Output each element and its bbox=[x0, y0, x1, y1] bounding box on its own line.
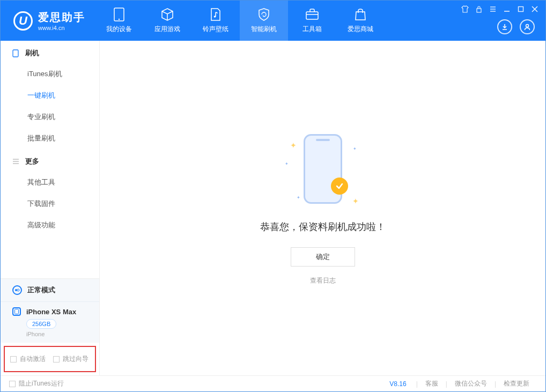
section-flash-title: 刷机 bbox=[1, 41, 99, 63]
svg-point-1 bbox=[119, 19, 120, 20]
device-box[interactable]: iPhone XS Max 256GB iPhone bbox=[1, 301, 99, 343]
shield-refresh-icon bbox=[257, 8, 271, 21]
view-log-link[interactable]: 查看日志 bbox=[310, 276, 336, 285]
app-title: 爱思助手 bbox=[38, 10, 85, 25]
nav-label: 智能刷机 bbox=[251, 25, 277, 34]
app-subtitle: www.i4.cn bbox=[38, 25, 85, 31]
phone-small-icon bbox=[12, 49, 20, 57]
device-icon bbox=[112, 8, 126, 21]
sparkle-icon: ✦ bbox=[285, 161, 289, 166]
header-bar: U 爱思助手 www.i4.cn 我的设备 应用游戏 铃声壁纸 智能刷机 工具箱 bbox=[1, 1, 545, 41]
music-file-icon bbox=[209, 8, 223, 21]
footer-link-wechat[interactable]: 微信公众号 bbox=[447, 379, 495, 388]
lock-icon[interactable] bbox=[475, 5, 483, 13]
sparkle-icon: ✦ bbox=[297, 195, 300, 200]
device-type: iPhone bbox=[26, 331, 99, 337]
device-capacity: 256GB bbox=[26, 319, 56, 329]
nav-label: 我的设备 bbox=[106, 25, 132, 34]
close-icon[interactable] bbox=[530, 5, 539, 13]
sparkle-icon: ✦ bbox=[353, 146, 357, 151]
checkbox-block-itunes[interactable]: 阻止iTunes运行 bbox=[9, 379, 64, 388]
svg-rect-5 bbox=[477, 9, 481, 12]
logo-text: 爱思助手 www.i4.cn bbox=[38, 10, 85, 31]
sidebar-item-pro-flash[interactable]: 专业刷机 bbox=[1, 106, 99, 128]
version-label: V8.16 bbox=[389, 380, 406, 388]
svg-point-18 bbox=[15, 289, 17, 291]
mode-label: 正常模式 bbox=[27, 285, 55, 295]
section-label: 更多 bbox=[25, 157, 39, 166]
section-more-title: 更多 bbox=[1, 149, 99, 172]
svg-point-19 bbox=[17, 289, 19, 291]
mode-box[interactable]: 正常模式 bbox=[1, 278, 99, 301]
nav-tab-apps-games[interactable]: 应用游戏 bbox=[143, 1, 191, 41]
logo-area: U 爱思助手 www.i4.cn bbox=[1, 1, 95, 41]
checkbox-label: 阻止iTunes运行 bbox=[19, 379, 64, 388]
minimize-icon[interactable] bbox=[503, 5, 511, 13]
svg-point-2 bbox=[214, 16, 216, 18]
nav-label: 铃声壁纸 bbox=[203, 25, 228, 34]
section-label: 刷机 bbox=[25, 48, 39, 58]
sidebar-item-other-tools[interactable]: 其他工具 bbox=[1, 172, 99, 193]
nav-label: 应用游戏 bbox=[154, 25, 180, 34]
shopping-bag-icon bbox=[353, 8, 367, 21]
sparkle-icon: ✦ bbox=[290, 141, 297, 150]
user-icon[interactable] bbox=[520, 19, 535, 34]
checkbox-icon bbox=[53, 356, 60, 363]
svg-rect-10 bbox=[519, 7, 523, 12]
body-area: 刷机 iTunes刷机 一键刷机 专业刷机 批量刷机 更多 其他工具 下载固件 … bbox=[1, 41, 545, 375]
sidebar-item-itunes-flash[interactable]: iTunes刷机 bbox=[1, 63, 99, 85]
ok-button[interactable]: 确定 bbox=[291, 247, 355, 267]
sidebar-item-onekey-flash[interactable]: 一键刷机 bbox=[1, 85, 99, 106]
footer-right: V8.16 | 客服 | 微信公众号 | 检查更新 bbox=[389, 379, 537, 388]
sidebar-item-advanced[interactable]: 高级功能 bbox=[1, 215, 99, 236]
sidebar-item-download-firmware[interactable]: 下载固件 bbox=[1, 193, 99, 215]
nav-tab-store[interactable]: 爱思商城 bbox=[336, 1, 385, 41]
svg-rect-3 bbox=[306, 12, 318, 19]
success-illustration: ✦ ✦ ✦ ✦ ✦ bbox=[283, 131, 363, 206]
footer-link-update[interactable]: 检查更新 bbox=[496, 379, 537, 388]
footer-bar: 阻止iTunes运行 V8.16 | 客服 | 微信公众号 | 检查更新 bbox=[1, 375, 545, 391]
nav-tab-my-device[interactable]: 我的设备 bbox=[95, 1, 143, 41]
svg-point-13 bbox=[526, 25, 529, 27]
success-message: 恭喜您，保资料刷机成功啦！ bbox=[260, 220, 386, 233]
download-icon[interactable] bbox=[497, 19, 512, 34]
checkbox-label: 自动激活 bbox=[20, 354, 46, 364]
checkbox-label: 跳过向导 bbox=[63, 354, 88, 364]
device-small-icon bbox=[12, 307, 21, 316]
tshirt-icon[interactable] bbox=[461, 5, 469, 13]
sidebar: 刷机 iTunes刷机 一键刷机 专业刷机 批量刷机 更多 其他工具 下载固件 … bbox=[1, 41, 100, 375]
svg-rect-20 bbox=[15, 309, 19, 314]
sparkle-icon: ✦ bbox=[352, 197, 359, 205]
nav-tab-ringtones[interactable]: 铃声壁纸 bbox=[191, 1, 240, 41]
nav-tab-smart-flash[interactable]: 智能刷机 bbox=[240, 1, 288, 41]
checkbox-skip-guide[interactable]: 跳过向导 bbox=[53, 354, 88, 364]
mode-icon bbox=[12, 285, 22, 295]
main-content: ✦ ✦ ✦ ✦ ✦ 恭喜您，保资料刷机成功啦！ 确定 查看日志 bbox=[100, 41, 545, 375]
checkbox-icon bbox=[10, 356, 17, 363]
maximize-icon[interactable] bbox=[517, 5, 525, 13]
nav-label: 工具箱 bbox=[302, 25, 322, 34]
checkbox-row: 自动激活 跳过向导 bbox=[4, 346, 96, 372]
check-badge-icon bbox=[331, 177, 348, 195]
device-name: iPhone XS Max bbox=[26, 308, 76, 316]
toolbox-icon bbox=[305, 8, 319, 21]
checkbox-icon bbox=[9, 381, 16, 387]
checkbox-auto-activate[interactable]: 自动激活 bbox=[10, 354, 46, 364]
footer-link-support[interactable]: 客服 bbox=[418, 379, 446, 388]
nav-tabs: 我的设备 应用游戏 铃声壁纸 智能刷机 工具箱 爱思商城 bbox=[95, 1, 385, 41]
logo-icon: U bbox=[13, 11, 33, 31]
nav-tab-toolbox[interactable]: 工具箱 bbox=[288, 1, 336, 41]
menu-icon[interactable] bbox=[489, 5, 497, 13]
sidebar-item-batch-flash[interactable]: 批量刷机 bbox=[1, 128, 99, 149]
cube-icon bbox=[160, 8, 174, 21]
nav-label: 爱思商城 bbox=[348, 25, 373, 34]
svg-rect-14 bbox=[13, 50, 18, 57]
header-account-icons bbox=[497, 19, 535, 34]
window-controls bbox=[461, 5, 539, 13]
list-icon bbox=[12, 158, 20, 165]
